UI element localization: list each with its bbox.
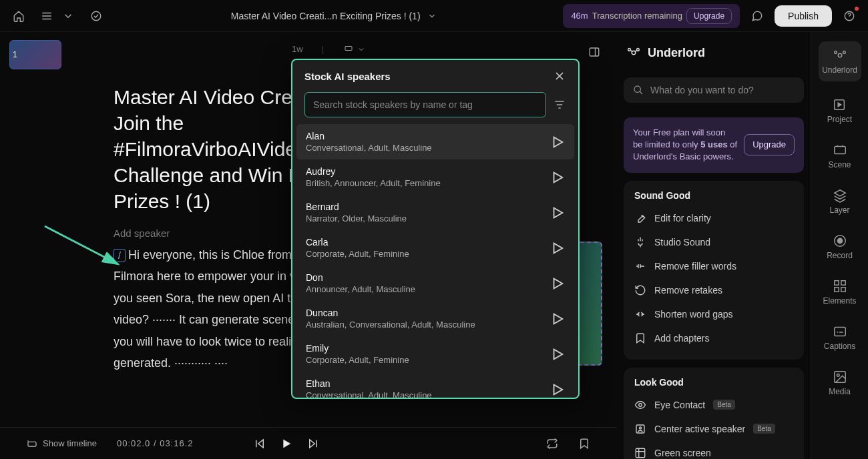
play-icon[interactable] <box>550 241 565 256</box>
action-green-screen[interactable]: Green screen <box>628 441 800 459</box>
time-display: 00:02.0 / 03:16.2 <box>117 438 194 448</box>
nav-project[interactable]: Project <box>827 95 852 127</box>
speaker-info: EthanConversational, Adult, Masculine <box>306 378 432 398</box>
nav-media[interactable]: Media <box>829 367 851 399</box>
action-edit-clarity[interactable]: Edit for clarity <box>628 206 800 230</box>
help-icon[interactable] <box>841 8 857 24</box>
speaker-list[interactable]: AlanConversational, Adult, MasculineAudr… <box>292 124 578 398</box>
speaker-item[interactable]: AlanConversational, Adult, Masculine <box>296 124 574 159</box>
skip-back-icon[interactable] <box>254 438 266 450</box>
close-icon[interactable] <box>553 69 566 83</box>
speaker-info: DonAnnouncer, Adult, Masculine <box>306 272 415 294</box>
svg-point-9 <box>639 403 642 406</box>
modal-header: Stock AI speakers <box>292 60 578 92</box>
svg-point-11 <box>640 427 642 429</box>
nav-captions[interactable]: Captions <box>824 322 855 354</box>
speaker-info: AlanConversational, Adult, Masculine <box>306 131 432 153</box>
sound-good-section: Sound Good Edit for clarity Studio Sound… <box>624 181 804 360</box>
upgrade-button-small[interactable]: Upgrade <box>686 8 732 24</box>
play-icon[interactable] <box>550 312 565 326</box>
right-nav-rail: Underlord Project Scene Layer Record Ele… <box>811 32 868 459</box>
zoom-level[interactable]: 1w <box>292 44 303 54</box>
beta-badge: Beta <box>713 400 735 410</box>
svg-point-14 <box>834 51 837 54</box>
svg-point-15 <box>843 51 845 54</box>
transcription-time: 46m <box>571 11 588 21</box>
svg-rect-12 <box>636 448 645 458</box>
speaker-name: Carla <box>306 237 409 248</box>
transcription-label: Transcription remaining <box>592 11 682 21</box>
speaker-item[interactable]: EmilyCorporate, Adult, Feminine <box>296 336 574 372</box>
show-timeline-label: Show timeline <box>43 438 97 448</box>
project-title[interactable]: Master AI Video Creati...n Exciting Priz… <box>112 11 555 21</box>
nav-layer[interactable]: Layer <box>829 185 849 217</box>
play-icon[interactable] <box>550 205 565 220</box>
show-timeline-toggle[interactable]: Show timeline <box>27 438 97 449</box>
speaker-name: Ethan <box>306 378 432 389</box>
speaker-name: Emily <box>306 343 409 354</box>
upgrade-notice: Your Free plan will soon be limited to o… <box>624 117 804 173</box>
upgrade-notice-text: Your Free plan will soon be limited to o… <box>633 127 737 163</box>
action-add-chapters[interactable]: Add chapters <box>628 326 800 350</box>
speaker-name: Alan <box>306 131 432 141</box>
beta-badge: Beta <box>753 424 775 434</box>
modal-title: Stock AI speakers <box>304 71 391 82</box>
scene-thumb-1[interactable]: 1 <box>9 40 61 69</box>
underlord-search-placeholder: What do you want to do? <box>650 85 754 95</box>
underlord-title: Underlord <box>648 46 705 60</box>
action-remove-filler[interactable]: Remove filler words <box>628 254 800 278</box>
action-center-speaker[interactable]: Center active speakerBeta <box>628 417 800 441</box>
transcript-segment-1: Hi everyone, this is Chloe from <box>128 248 295 262</box>
view-controls: 1w | <box>71 32 586 58</box>
svg-rect-22 <box>834 288 838 292</box>
svg-point-0 <box>91 11 101 21</box>
speaker-item[interactable]: DonAnnouncer, Adult, Masculine <box>296 266 574 301</box>
time-total: 03:16.2 <box>160 438 193 448</box>
play-icon[interactable] <box>550 276 565 291</box>
play-icon[interactable] <box>550 170 565 185</box>
speaker-item[interactable]: CarlaCorporate, Adult, Feminine <box>296 230 574 266</box>
action-remove-retakes[interactable]: Remove retakes <box>628 278 800 302</box>
layout-toggle[interactable] <box>343 45 365 53</box>
play-icon[interactable] <box>550 382 565 397</box>
modal-search-row <box>292 92 578 124</box>
loop-icon[interactable] <box>546 438 558 450</box>
panel-toggle-icon[interactable] <box>586 44 602 60</box>
upgrade-button[interactable]: Upgrade <box>744 134 795 155</box>
project-title-text: Master AI Video Creati...n Exciting Priz… <box>231 11 421 21</box>
speaker-info: BernardNarrator, Older, Masculine <box>306 201 407 223</box>
speaker-search-input[interactable] <box>304 92 546 117</box>
speaker-tags: Corporate, Adult, Feminine <box>306 355 409 365</box>
skip-forward-icon[interactable] <box>307 438 319 450</box>
nav-elements[interactable]: Elements <box>823 276 856 308</box>
menu-icon[interactable] <box>39 8 55 24</box>
speaker-info: DuncanAustralian, Conversational, Adult,… <box>306 308 475 330</box>
bookmark-icon[interactable] <box>578 438 590 450</box>
nav-underlord[interactable]: Underlord <box>819 41 861 81</box>
speaker-item[interactable]: AudreyBritish, Announcer, Adult, Feminin… <box>296 159 574 195</box>
play-icon[interactable] <box>550 347 565 362</box>
speaker-item[interactable]: DuncanAustralian, Conversational, Adult,… <box>296 301 574 336</box>
action-shorten-gaps[interactable]: Shorten word gaps <box>628 302 800 326</box>
underlord-search[interactable]: What do you want to do? <box>624 77 804 103</box>
speaker-item[interactable]: EthanConversational, Adult, Masculine <box>296 372 574 398</box>
speaker-tags: Corporate, Adult, Feminine <box>306 249 409 259</box>
chevron-down-icon[interactable] <box>60 8 76 24</box>
sound-good-title: Sound Good <box>628 190 800 206</box>
time-current: 00:02.0 <box>117 438 150 448</box>
home-icon[interactable] <box>11 8 27 24</box>
nav-scene[interactable]: Scene <box>828 140 851 172</box>
playback-bar: Show timeline 00:02.0 / 03:16.2 <box>0 427 617 459</box>
filter-icon[interactable] <box>553 98 566 111</box>
play-icon[interactable] <box>550 135 565 149</box>
svg-rect-21 <box>841 281 845 285</box>
publish-button[interactable]: Publish <box>775 5 832 27</box>
chat-icon[interactable] <box>749 8 765 24</box>
nav-record[interactable]: Record <box>827 231 853 263</box>
check-circle-icon[interactable] <box>88 8 104 24</box>
look-good-title: Look Good <box>628 377 800 393</box>
play-icon[interactable] <box>280 438 292 450</box>
action-studio-sound[interactable]: Studio Sound <box>628 230 800 254</box>
speaker-item[interactable]: BernardNarrator, Older, Masculine <box>296 195 574 230</box>
action-eye-contact[interactable]: Eye ContactBeta <box>628 393 800 417</box>
